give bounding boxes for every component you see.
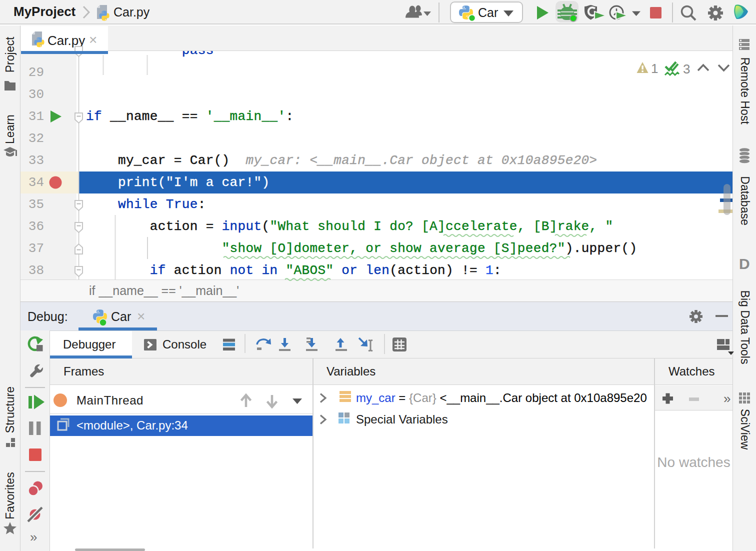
svg-text:3: 3 (683, 62, 690, 76)
svg-text:1: 1 (651, 61, 658, 76)
svg-text:Car: Car (478, 6, 498, 20)
svg-text:D: D (739, 256, 750, 272)
svg-text:»: » (724, 391, 730, 406)
svg-text:»: » (30, 530, 37, 544)
